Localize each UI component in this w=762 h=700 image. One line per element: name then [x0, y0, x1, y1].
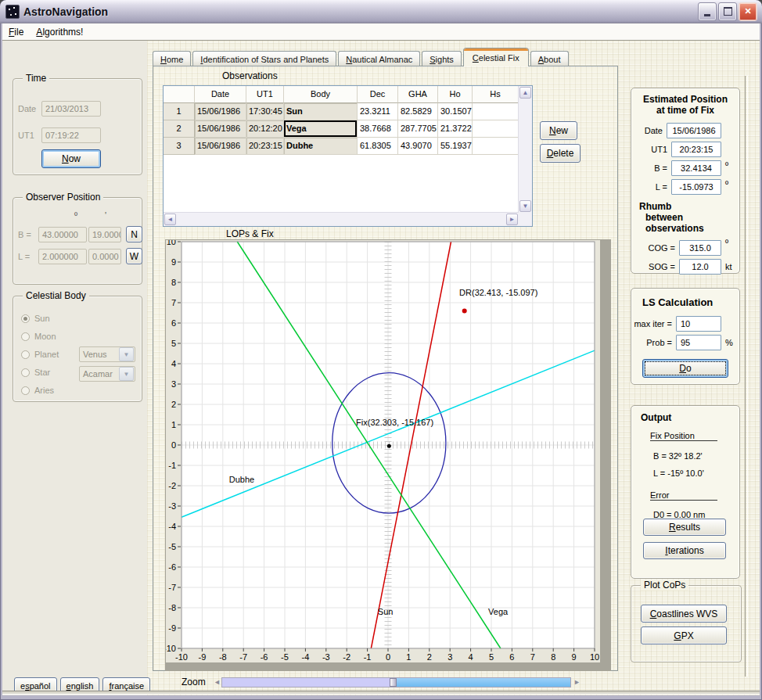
star-radio[interactable] — [21, 368, 30, 377]
ut1-field[interactable]: 07:19:22 — [41, 127, 101, 143]
zoom-slider[interactable] — [221, 677, 571, 687]
obs-cell-ut1[interactable]: 17:30:45 — [246, 103, 284, 120]
menu-item-algorithms[interactable]: Algorithms! — [30, 25, 89, 39]
obs-cell-gha[interactable]: 82.5829 — [398, 103, 438, 120]
fix-point-label: Fix(32.303, -15.167) — [356, 418, 433, 427]
max-iter-label: max iter = — [634, 319, 672, 328]
obs-cell-hs[interactable] — [473, 103, 519, 120]
y-tick-label: -1 — [168, 461, 176, 470]
obs-header-body[interactable]: Body — [284, 86, 358, 103]
zoom-label: Zoom — [182, 677, 206, 687]
sun-radio[interactable] — [21, 314, 30, 323]
obs-header-hs[interactable]: Hs — [473, 86, 519, 103]
do-button[interactable]: Do — [642, 359, 728, 378]
now-button[interactable]: Now — [41, 149, 101, 168]
obs-header-gha[interactable]: GHA — [398, 86, 438, 103]
obs-row-number[interactable]: 2 — [164, 120, 195, 138]
est-ut1-field[interactable]: 20:23:15 — [671, 142, 721, 157]
obs-cell-dec[interactable]: 61.8305 — [358, 138, 398, 155]
obs-cell-hs[interactable] — [473, 120, 519, 138]
obs-cell-hs[interactable] — [473, 138, 519, 155]
obs-header-corner[interactable] — [164, 86, 195, 103]
obs-cell-date[interactable]: 15/06/1986 — [195, 138, 246, 155]
iterations-button[interactable]: Iterations — [643, 542, 726, 559]
east-west-button[interactable]: W — [126, 248, 142, 264]
gpx-button[interactable]: GPX — [641, 626, 727, 644]
zoom-track-left[interactable] — [222, 678, 390, 687]
scroll-down-icon[interactable]: ▼ — [519, 200, 531, 212]
tab-nautical-almanac[interactable]: Nautical Almanac — [338, 51, 420, 66]
zoom-right-arrow-icon[interactable]: ► — [573, 678, 580, 686]
max-iter-field[interactable]: 10 — [676, 316, 721, 332]
l-degrees-field[interactable]: 2.000000 — [38, 249, 87, 264]
scroll-up-icon[interactable]: ▲ — [519, 87, 531, 99]
fix-point — [387, 444, 391, 448]
tab-sights[interactable]: Sights — [422, 51, 462, 66]
tab-identification-of-stars-and-planets[interactable]: Identification of Stars and Planets — [192, 51, 336, 66]
tab-about[interactable]: About — [530, 51, 569, 66]
close-button[interactable]: ✕ — [739, 2, 757, 21]
sog-field[interactable]: 12.0 — [679, 259, 721, 275]
obs-cell-gha[interactable]: 287.7705 — [398, 120, 438, 138]
obs-cell-ho[interactable]: 55.1937 — [438, 138, 473, 155]
scroll-right-icon[interactable]: ► — [506, 214, 518, 225]
moon-radio[interactable] — [21, 332, 30, 341]
delete-button[interactable]: Delete — [540, 144, 580, 163]
maximize-button[interactable] — [718, 2, 737, 21]
menu-item-file[interactable]: File — [2, 25, 30, 39]
obs-cell-ho[interactable]: 30.1507 — [438, 103, 473, 120]
obs-cell-body[interactable]: Dubhe — [284, 138, 358, 155]
obs-header-ut1[interactable]: UT1 — [246, 86, 284, 103]
coastlines-wvs-button[interactable]: Coastlines WVS — [641, 605, 727, 623]
aries-radio[interactable] — [21, 386, 30, 395]
obs-row-number[interactable]: 1 — [164, 103, 195, 120]
lops-chart[interactable]: DubheSunVegaFix(32.303, -15.167)DR(32.41… — [165, 239, 611, 671]
obs-cell-body[interactable]: Sun — [284, 103, 358, 120]
obs-cell-ho[interactable]: 21.3722 — [438, 120, 473, 138]
b-degrees-field[interactable]: 43.00000 — [38, 227, 87, 242]
minimize-button[interactable] — [698, 2, 717, 21]
tab-home[interactable]: Home — [153, 51, 191, 66]
obs-cell-ut1[interactable]: 20:12:20 — [246, 120, 284, 138]
table-horizontal-scrollbar[interactable]: ◄ ► — [164, 212, 519, 226]
obs-header-ho[interactable]: Ho — [438, 86, 473, 103]
planet-combobox[interactable]: Venus ▼ — [79, 346, 135, 362]
prob-field[interactable]: 95 — [676, 335, 721, 350]
obs-row-number[interactable]: 3 — [164, 138, 195, 155]
zoom-slider-thumb[interactable] — [390, 678, 397, 687]
b-minutes-field[interactable]: 19.0000 — [88, 227, 121, 242]
obs-cell-body[interactable]: Vega — [284, 120, 358, 138]
est-l-field[interactable]: -15.0973 — [671, 179, 721, 195]
table-vertical-scrollbar[interactable]: ▲ ▼ — [518, 86, 532, 226]
estimated-position-panel: Estimated Position at time of Fix Date 1… — [631, 88, 740, 274]
l-minutes-field[interactable]: 0.0000 — [88, 249, 121, 264]
title-bar[interactable]: AstroNavigation ✕ — [0, 0, 762, 23]
obs-cell-dec[interactable]: 23.3211 — [358, 103, 398, 120]
north-south-button[interactable]: N — [126, 226, 142, 242]
l-label: L = — [18, 252, 37, 261]
results-button[interactable]: Results — [643, 519, 726, 536]
cog-field[interactable]: 315.0 — [679, 240, 721, 256]
star-combobox[interactable]: Acamar ▼ — [79, 366, 135, 382]
obs-cell-ut1[interactable]: 20:23:15 — [246, 138, 284, 155]
zoom-track-right[interactable] — [397, 678, 570, 687]
x-tick-label: -7 — [239, 652, 247, 662]
obs-cell-gha[interactable]: 43.9070 — [398, 138, 438, 155]
est-date-field[interactable]: 15/06/1986 — [667, 123, 721, 138]
obs-cell-dec[interactable]: 38.7668 — [358, 120, 398, 138]
obs-header-date[interactable]: Date — [195, 86, 246, 103]
obs-header-dec[interactable]: Dec — [358, 86, 398, 103]
date-field[interactable]: 21/03/2013 — [41, 101, 101, 117]
obs-cell-date[interactable]: 15/06/1986 — [195, 120, 246, 138]
planet-radio[interactable] — [21, 350, 30, 359]
chevron-down-icon[interactable]: ▼ — [119, 367, 134, 381]
est-b-field[interactable]: 32.4134 — [671, 160, 721, 176]
zoom-left-arrow-icon[interactable]: ◄ — [214, 678, 221, 686]
chevron-down-icon[interactable]: ▼ — [119, 347, 134, 361]
observations-table[interactable]: DateUT1BodyDecGHAHoHs115/06/198617:30:45… — [163, 85, 533, 227]
new-button[interactable]: New — [540, 121, 577, 140]
obs-cell-date[interactable]: 15/06/1986 — [195, 103, 246, 120]
tab-celestial-fix[interactable]: Celestial Fix — [463, 48, 529, 66]
scroll-left-icon[interactable]: ◄ — [164, 214, 176, 225]
degrees-symbol: º — [74, 210, 77, 220]
